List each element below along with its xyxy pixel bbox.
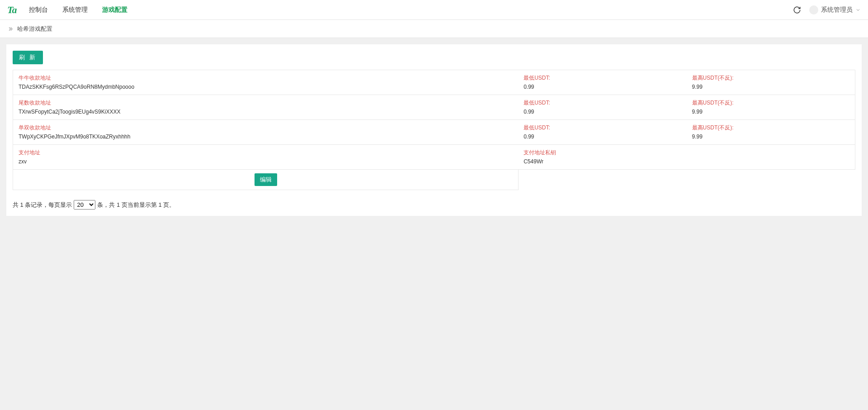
pager: 共 1 条记录，每页显示 102050100 条，共 1 页当前显示第 1 页。	[13, 200, 855, 210]
value-max-usdt: 9.99	[692, 83, 849, 91]
label-min-usdt: 最低USDT:	[524, 124, 681, 132]
cell-max-usdt: 最高USDT(不反): 9.99	[687, 120, 855, 144]
cell-address: 单双收款地址 TWpXyCKPGeJfmJXpvM9o8TKXoaZRyxhhh…	[13, 120, 518, 144]
value-max-usdt: 9.99	[692, 133, 849, 141]
user-menu[interactable]: 系统管理员	[809, 5, 861, 14]
value-address: TXrwSFopytCa2jToogis9EUg4vS9KiXXXX	[19, 108, 513, 116]
cell-pay-key: 支付地址私钥 C549Wr	[518, 145, 855, 169]
action-row: 编辑	[13, 170, 519, 190]
label-address: 单双收款地址	[19, 124, 513, 132]
label-min-usdt: 最低USDT:	[524, 99, 681, 107]
main-panel: 刷 新 牛牛收款地址 TDAzSKKFsg6RSzPQCA9oRN8MydmbN…	[6, 44, 862, 216]
value-address: TWpXyCKPGeJfmJXpvM9o8TKXoaZRyxhhhh	[19, 133, 513, 141]
value-min-usdt: 0.99	[524, 133, 681, 141]
pay-row: 支付地址 zxv 支付地址私钥 C549Wr	[13, 145, 855, 170]
value-pay-key: C549Wr	[524, 157, 849, 166]
edit-button[interactable]: 编辑	[255, 173, 277, 186]
breadcrumb: 哈希游戏配置	[0, 20, 868, 38]
label-pay-key: 支付地址私钥	[524, 148, 849, 157]
cell-pay-address: 支付地址 zxv	[13, 145, 518, 169]
logo: Ta	[7, 4, 16, 16]
value-pay-address: zxv	[19, 157, 513, 166]
value-address: TDAzSKKFsg6RSzPQCA9oRN8MydmbNpoooo	[19, 83, 513, 91]
label-address: 牛牛收款地址	[19, 74, 513, 82]
config-row: 单双收款地址 TWpXyCKPGeJfmJXpvM9o8TKXoaZRyxhhh…	[13, 120, 855, 145]
label-max-usdt: 最高USDT(不反):	[692, 74, 849, 82]
cell-address: 尾数收款地址 TXrwSFopytCa2jToogis9EUg4vS9KiXXX…	[13, 95, 518, 119]
label-address: 尾数收款地址	[19, 99, 513, 107]
avatar	[809, 5, 818, 14]
cell-address: 牛牛收款地址 TDAzSKKFsg6RSzPQCA9oRN8MydmbNpooo…	[13, 70, 518, 95]
pager-prefix: 共 1 条记录，每页显示	[13, 201, 72, 209]
double-chevron-right-icon	[7, 26, 14, 32]
nav-item-console[interactable]: 控制台	[27, 1, 50, 19]
chevron-down-icon	[855, 7, 861, 13]
config-row: 牛牛收款地址 TDAzSKKFsg6RSzPQCA9oRN8MydmbNpooo…	[13, 70, 855, 95]
config-row: 尾数收款地址 TXrwSFopytCa2jToogis9EUg4vS9KiXXX…	[13, 95, 855, 120]
breadcrumb-title: 哈希游戏配置	[17, 25, 52, 33]
nav-item-system[interactable]: 系统管理	[61, 1, 90, 19]
value-min-usdt: 0.99	[524, 108, 681, 116]
label-min-usdt: 最低USDT:	[524, 74, 681, 82]
refresh-icon[interactable]	[793, 6, 801, 14]
cell-min-usdt: 最低USDT: 0.99	[518, 70, 686, 95]
pager-suffix: 条，共 1 页当前显示第 1 页。	[97, 201, 175, 209]
cell-min-usdt: 最低USDT: 0.99	[518, 120, 686, 144]
refresh-button[interactable]: 刷 新	[13, 51, 43, 64]
topbar-left: Ta 控制台 系统管理 游戏配置	[7, 1, 129, 19]
value-max-usdt: 9.99	[692, 108, 849, 116]
label-max-usdt: 最高USDT(不反):	[692, 99, 849, 107]
topbar: Ta 控制台 系统管理 游戏配置 系统管理员	[0, 0, 868, 20]
cell-min-usdt: 最低USDT: 0.99	[518, 95, 686, 119]
topbar-right: 系统管理员	[793, 5, 861, 14]
nav-item-game-config[interactable]: 游戏配置	[100, 1, 129, 19]
page-size-select[interactable]: 102050100	[74, 200, 95, 210]
label-max-usdt: 最高USDT(不反):	[692, 124, 849, 132]
label-pay-address: 支付地址	[19, 148, 513, 157]
config-list: 牛牛收款地址 TDAzSKKFsg6RSzPQCA9oRN8MydmbNpooo…	[13, 70, 855, 170]
cell-max-usdt: 最高USDT(不反): 9.99	[687, 70, 855, 95]
value-min-usdt: 0.99	[524, 83, 681, 91]
user-name: 系统管理员	[821, 6, 853, 14]
cell-max-usdt: 最高USDT(不反): 9.99	[687, 95, 855, 119]
